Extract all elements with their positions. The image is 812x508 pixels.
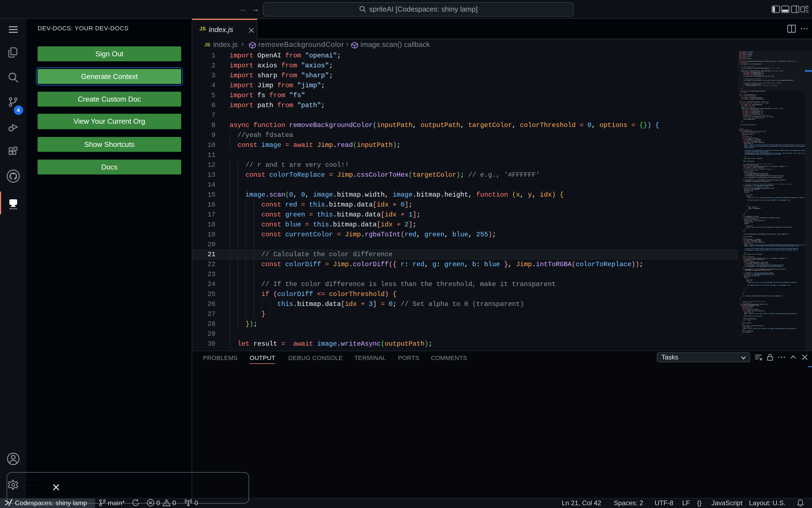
svg-text:Dev-Docs: Dev-Docs <box>9 207 17 209</box>
